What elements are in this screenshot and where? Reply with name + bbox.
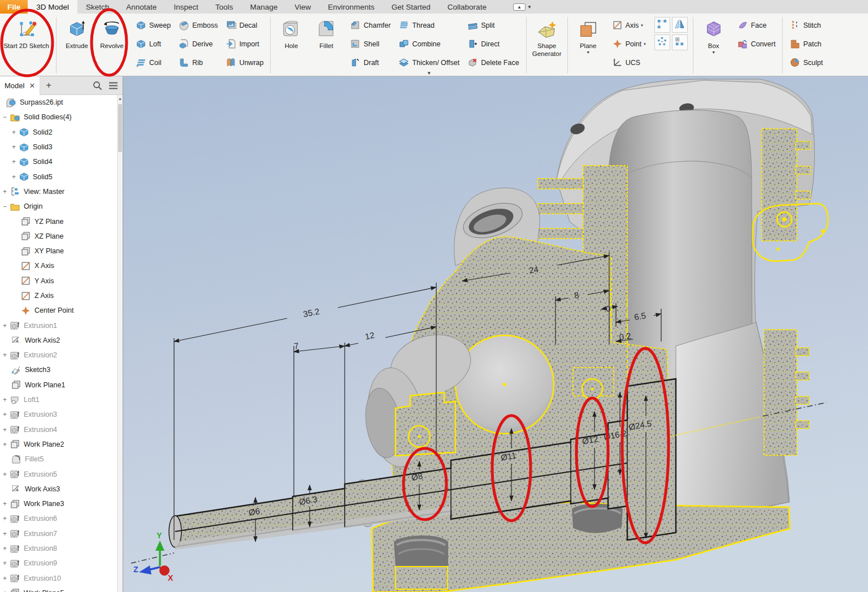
expand-icon[interactable]: + [1,351,8,359]
expand-icon[interactable]: + [1,470,8,478]
tree-item-work-axis3[interactable]: Work Axis3 [0,482,117,496]
draft-button[interactable]: Draft [348,53,393,72]
expand-icon[interactable]: + [1,396,8,404]
tree-item-z-axis[interactable]: Z Axis [0,288,117,303]
sweep-button[interactable]: Sweep [133,16,173,34]
axis-button[interactable]: Axis▾ [610,16,648,34]
face-button[interactable]: Face [735,16,778,34]
tree-item-extrusion4[interactable]: +Extrusion4 [0,422,117,437]
collapse-icon[interactable]: − [1,113,8,121]
tree-item-extrusion8[interactable]: +Extrusion8 [0,541,117,556]
expand-icon[interactable]: + [1,589,8,592]
browser-menu-icon[interactable] [107,79,119,92]
tree-item-yz-plane[interactable]: YZ Plane [0,214,117,228]
chamfer-button[interactable]: Chamfer [348,16,393,34]
circular-pattern-button[interactable] [654,34,670,50]
expand-icon[interactable]: + [1,188,8,196]
thread-button[interactable]: Thread [396,16,462,34]
shape-generator-button[interactable]: Shape Generator [530,16,565,58]
tree-item-x-axis[interactable]: X Axis [0,258,117,273]
coil-button[interactable]: Coil [133,53,173,72]
tree-item-solid-bodies-4[interactable]: −Solid Bodies(4) [0,110,117,124]
revolve-button[interactable]: Revolve [94,16,129,50]
decal-button[interactable]: Decal [223,16,266,34]
extrude-button[interactable]: Extrude [59,16,94,50]
tree-item-view-master[interactable]: +View: Master [0,184,117,199]
shell-button[interactable]: Shell [348,34,393,53]
stitch-button[interactable]: Stitch [787,16,825,34]
box-button[interactable]: Box▼ [696,16,731,54]
menu-tab-get-started[interactable]: Get Started [383,0,439,14]
menu-tab-inspect[interactable]: Inspect [165,0,207,14]
search-icon[interactable] [91,79,103,92]
menu-tab-file[interactable]: File [0,0,28,14]
tree-item-y-axis[interactable]: Y Axis [0,274,117,288]
tree-item-xy-plane[interactable]: XY Plane [0,244,117,258]
tree-item-extrusion7[interactable]: +Extrusion7 [0,526,117,541]
tree-item-extrusion5[interactable]: +Extrusion5 [0,466,117,481]
scrollbar-thumb[interactable] [118,104,122,152]
tree-item-extrusion9[interactable]: +Extrusion9 [0,556,117,571]
expand-icon[interactable]: + [1,559,8,567]
tree-item-work-plane1[interactable]: Work Plane1 [0,378,117,392]
tree-item-surpass26-ipt[interactable]: Surpass26.ipt [0,95,117,110]
loft-button[interactable]: Loft [133,34,173,53]
sketch-driven-pattern-button[interactable] [672,34,688,50]
expand-icon[interactable]: + [1,440,8,448]
expand-icon[interactable]: + [10,143,18,151]
expand-icon[interactable]: + [1,545,8,552]
start-2d-sketch-button[interactable]: Start 2D Sketch ▾ [3,16,53,50]
tree-item-extrusion3[interactable]: +Extrusion3 [0,407,117,422]
split-button[interactable]: Split [465,16,521,34]
menu-tab-collaborate[interactable]: Collaborate [439,0,495,14]
menu-tab-environments[interactable]: Environments [319,0,383,14]
unwrap-button[interactable]: Unwrap [223,53,266,72]
tree-item-loft1[interactable]: +Loft1 [0,392,117,407]
tree-item-sketch3[interactable]: Sketch3 [0,362,117,377]
tree-item-xz-plane[interactable]: XZ Plane [0,229,117,244]
rib-button[interactable]: Rib [176,53,220,72]
expand-icon[interactable]: + [10,128,18,136]
bearing-upper-right[interactable] [582,379,602,399]
expand-icon[interactable]: + [1,322,8,330]
menu-tab-tools[interactable]: Tools [207,0,242,14]
tree-item-work-plane3[interactable]: +Work Plane3 [0,496,117,511]
delete-face-button[interactable]: Delete Face [465,53,521,72]
ribbon-collapse-button[interactable]: ▲▼ [510,0,535,14]
sculpt-button[interactable]: Sculpt [787,53,825,72]
tree-item-solid5[interactable]: +Solid5 [0,169,117,184]
browser-tab-model[interactable]: Model ✕ [0,76,40,95]
expand-icon[interactable]: + [1,515,8,522]
browser-scrollbar[interactable]: ▲ [117,95,123,592]
menu-tab-annotate[interactable]: Annotate [118,0,165,14]
combine-button[interactable]: Combine [396,34,462,53]
menu-tab-view[interactable]: View [286,0,319,14]
mirror-button[interactable] [672,17,688,33]
tree-item-extrusion1[interactable]: +Extrusion1 [0,318,117,332]
scroll-up-icon[interactable]: ▲ [118,95,123,103]
thicken-offset-button[interactable]: Thicken/ Offset [396,53,462,72]
menu-tab-manage[interactable]: Manage [241,0,286,14]
expand-icon[interactable]: + [1,426,8,434]
expand-icon[interactable]: + [1,500,8,508]
hole-button[interactable]: Hole [274,16,309,50]
add-browser-tab-button[interactable]: + [40,80,57,91]
tree-item-origin[interactable]: −Origin [0,199,117,214]
convert-button[interactable]: Convert [735,34,778,53]
plane-button[interactable]: Plane▼ [571,16,606,54]
tree-item-center-point[interactable]: Center Point [0,303,117,318]
tree-item-extrusion6[interactable]: +Extrusion6 [0,511,117,526]
expand-icon[interactable]: + [10,158,18,166]
tree-item-solid2[interactable]: +Solid2 [0,125,117,140]
tree-item-work-plane5[interactable]: +Work Plane5 [0,586,117,592]
ucs-button[interactable]: UCS [610,53,648,72]
panel-expand-icon[interactable]: ▼ [396,72,462,76]
menu-tab-sketch[interactable]: Sketch [77,0,118,14]
tree-item-extrusion10[interactable]: +Extrusion10 [0,571,117,586]
close-icon[interactable]: ✕ [29,81,35,90]
tree-item-extrusion2[interactable]: +Extrusion2 [0,348,117,362]
expand-icon[interactable]: + [1,530,8,538]
direct-button[interactable]: Direct [465,34,521,53]
rectangular-pattern-button[interactable] [654,17,670,33]
collapse-icon[interactable]: − [1,202,8,210]
